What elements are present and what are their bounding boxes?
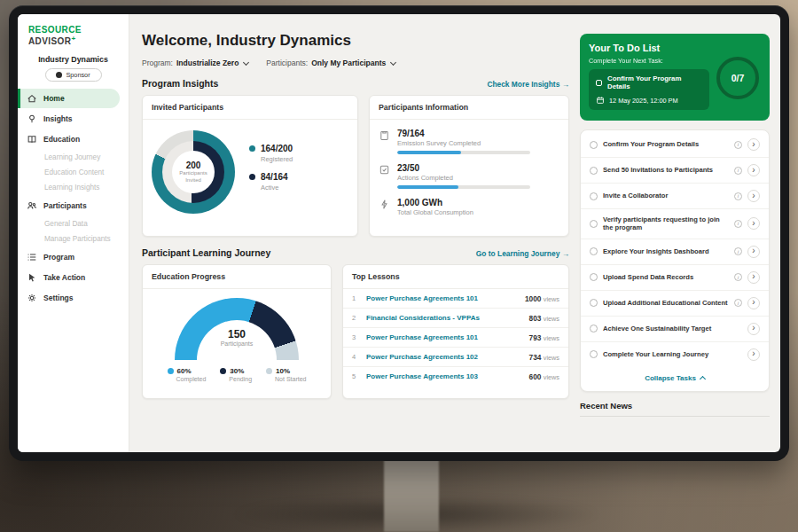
chevron-right-icon[interactable]: › xyxy=(747,297,760,309)
info-icon[interactable]: i xyxy=(734,141,742,149)
lessons-list: 1 Power Purchase Agreements 101 1000 vie… xyxy=(343,289,568,386)
sidebar-item-label: Learning Insights xyxy=(44,184,99,192)
lesson-link[interactable]: Power Purchase Agreements 101 xyxy=(366,333,522,341)
todo-task-row[interactable]: Complete Your Learning Journey › xyxy=(581,342,769,367)
next-task-label: Confirm Your Program Details xyxy=(607,74,702,90)
lesson-link[interactable]: Power Purchase Agreements 102 xyxy=(366,353,522,361)
lesson-row[interactable]: 5 Power Purchase Agreements 103 600 view… xyxy=(343,367,568,386)
check-more-insights-link[interactable]: Check More Insights → xyxy=(487,80,569,89)
sidebar-item-label: Home xyxy=(43,94,65,103)
link-label: Check More Insights xyxy=(487,80,559,89)
info-icon[interactable]: i xyxy=(734,273,742,281)
task-label: Complete Your Learning Journey xyxy=(603,350,742,358)
energy-icon xyxy=(379,199,390,210)
legend-item: 10% Not Started xyxy=(266,367,306,382)
sidebar-item-education-content[interactable]: Education Content xyxy=(18,165,129,180)
sidebar-item-label: Settings xyxy=(43,293,74,302)
next-task-chip[interactable]: Confirm Your Program Details 12 May 2025… xyxy=(589,69,709,110)
sponsor-badge[interactable]: Sponsor xyxy=(45,68,102,82)
legend-pct: 60% xyxy=(177,367,192,375)
todo-task-row[interactable]: Upload Spend Data Records i › xyxy=(581,265,769,291)
lesson-views-label: views xyxy=(544,373,559,381)
lesson-views-label: views xyxy=(544,354,559,362)
todo-task-row[interactable]: Send 50 Invitations to Participants i › xyxy=(581,158,769,184)
invited-donut-chart: 200 Participants Invited xyxy=(152,130,235,214)
sidebar-item-general-data[interactable]: General Data xyxy=(18,216,129,231)
lesson-row[interactable]: 4 Power Purchase Agreements 102 734 view… xyxy=(343,348,568,367)
sidebar-item-label: Education Content xyxy=(44,168,104,176)
task-checkbox[interactable] xyxy=(590,273,598,281)
todo-task-row[interactable]: Explore Your Insights Dashboard i › xyxy=(581,239,769,265)
info-icon[interactable]: i xyxy=(734,192,742,200)
task-checkbox[interactable] xyxy=(590,350,598,358)
info-icon[interactable]: i xyxy=(734,220,742,228)
task-checkbox[interactable] xyxy=(590,167,598,175)
chevron-right-icon[interactable]: › xyxy=(747,217,760,230)
sidebar-item-education[interactable]: Education xyxy=(18,129,129,149)
sidebar-item-label: Take Action xyxy=(43,273,85,282)
program-filter[interactable]: Program: Industrialize Zero xyxy=(142,59,248,67)
lesson-row[interactable]: 1 Power Purchase Agreements 101 1000 vie… xyxy=(343,289,568,309)
lesson-views-count: 600 xyxy=(529,372,542,381)
todo-task-row[interactable]: Confirm Your Program Details i › xyxy=(581,132,769,158)
chevron-right-icon[interactable]: › xyxy=(747,190,760,202)
sidebar-item-program[interactable]: Program xyxy=(18,247,129,267)
scene: RESOURCE ADVISOR+ Industry Dynamics Spon… xyxy=(0,0,798,532)
task-checkbox[interactable] xyxy=(590,299,598,307)
task-checkbox[interactable] xyxy=(590,192,598,200)
lesson-row[interactable]: 2 Financial Considerations - VPPAs 803 v… xyxy=(343,309,568,328)
sidebar-item-home[interactable]: Home xyxy=(18,89,120,108)
go-to-learning-journey-link[interactable]: Go to Learning Journey → xyxy=(476,249,569,258)
sidebar-item-insights[interactable]: Insights xyxy=(18,109,129,129)
take-action-icon xyxy=(27,272,37,283)
todo-task-row[interactable]: Verify participants requesting to join t… xyxy=(581,209,769,239)
brand-plus: + xyxy=(71,35,75,43)
todo-task-row[interactable]: Invite a Collaborator i › xyxy=(581,184,769,209)
collapse-tasks-link[interactable]: Collapse Tasks xyxy=(581,367,769,389)
chevron-right-icon[interactable]: › xyxy=(747,246,760,258)
sidebar-item-participants[interactable]: Participants xyxy=(18,196,129,215)
todo-tasks-card: Confirm Your Program Details i › Send 50… xyxy=(580,129,770,392)
program-filter-label: Program: xyxy=(142,59,173,67)
sidebar-item-manage-participants[interactable]: Manage Participants xyxy=(18,231,129,246)
participants-icon xyxy=(27,200,37,211)
legend-pct: 30% xyxy=(230,367,244,375)
participants-information-card: Participants Information 79/164 Emission… xyxy=(369,95,569,237)
lesson-link[interactable]: Power Purchase Agreements 103 xyxy=(366,372,522,380)
legend-dot xyxy=(220,368,226,374)
participants-filter[interactable]: Participants: Only My Participants xyxy=(266,59,395,67)
next-task-checkbox[interactable] xyxy=(596,80,602,86)
lesson-link[interactable]: Financial Considerations - VPPAs xyxy=(366,314,522,322)
chevron-right-icon[interactable]: › xyxy=(747,271,760,284)
sidebar-item-label: Learning Journey xyxy=(44,153,100,161)
participants-filter-label: Participants: xyxy=(266,59,308,67)
insights-cards-row: Invited Participants 200 Participants In… xyxy=(142,95,569,237)
task-checkbox[interactable] xyxy=(590,325,598,332)
task-checkbox[interactable] xyxy=(590,220,598,228)
chevron-right-icon[interactable]: › xyxy=(747,164,760,176)
task-checkbox[interactable] xyxy=(590,247,598,255)
arrow-right-icon: → xyxy=(562,80,569,89)
insights-icon xyxy=(27,113,37,124)
sidebar-item-label: Manage Participants xyxy=(44,235,111,243)
gauge-center: 150 Participants xyxy=(175,328,299,347)
todo-task-row[interactable]: Upload Additional Educational Content i … xyxy=(581,291,769,317)
todo-task-row[interactable]: Achieve One Sustainability Target › xyxy=(581,317,769,342)
info-icon[interactable]: i xyxy=(734,167,742,175)
legend-item: 30% Pending xyxy=(220,367,252,382)
sidebar-item-take-action[interactable]: Take Action xyxy=(18,268,129,287)
chevron-right-icon[interactable]: › xyxy=(747,323,760,335)
info-icon[interactable]: i xyxy=(734,299,742,307)
info-icon[interactable]: i xyxy=(734,247,742,255)
stat-row: 23/50 Actions Completed xyxy=(379,163,559,189)
next-task-due: 12 May 2025, 12:00 PM xyxy=(609,97,677,105)
chevron-right-icon[interactable]: › xyxy=(747,138,760,151)
sidebar-item-label: Participants xyxy=(43,201,87,210)
lesson-link[interactable]: Power Purchase Agreements 101 xyxy=(366,294,518,302)
sidebar-item-learning-insights[interactable]: Learning Insights xyxy=(18,180,129,195)
sidebar-item-settings[interactable]: Settings xyxy=(18,288,129,308)
lesson-row[interactable]: 3 Power Purchase Agreements 101 793 view… xyxy=(343,328,568,348)
sidebar-item-learning-journey[interactable]: Learning Journey xyxy=(18,150,129,165)
task-checkbox[interactable] xyxy=(590,141,598,149)
chevron-right-icon[interactable]: › xyxy=(747,348,760,361)
